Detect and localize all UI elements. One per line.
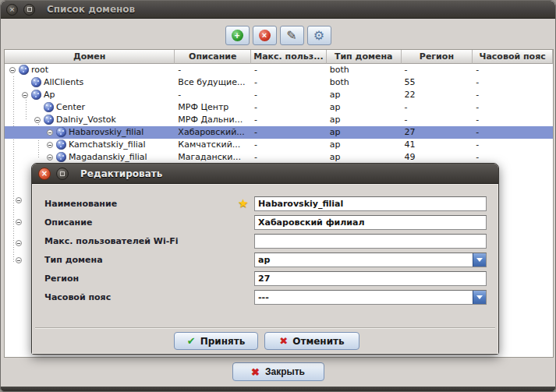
domain-name-label: Magadanskiy_filial — [69, 151, 147, 164]
timezone-cell: - — [473, 101, 553, 114]
domain-node-icon — [56, 127, 66, 137]
table-row[interactable]: Magadanskiy_filialМагадански...-ap49- — [5, 151, 553, 164]
table-row[interactable]: Habarovskiy_filialХабаровский...-ap27- — [5, 126, 553, 139]
region-cell: 41 — [402, 139, 473, 151]
table-row[interactable]: AllClientsВсе будущие...-both55- — [5, 76, 553, 89]
table-row[interactable]: Ap--ap22- — [5, 89, 553, 101]
accept-button-label: Принять — [200, 336, 246, 347]
field-row: Регион — [32, 271, 498, 287]
domain-name-cell: AllClients — [5, 76, 175, 89]
field-label: Описание — [44, 217, 92, 228]
region-cell: - — [402, 64, 473, 76]
domain-type-cell: ap — [327, 101, 402, 114]
domain-type-cell: ap — [327, 89, 402, 101]
required-star-icon: ★ — [238, 196, 248, 210]
field-row: Описание — [32, 215, 498, 231]
domain-name-cell: Kamchatskiy_filial — [5, 139, 175, 151]
tree-toggle[interactable] — [47, 142, 53, 148]
field-row: Тип доменаap — [32, 253, 498, 268]
table-row[interactable]: root--both-- — [5, 64, 553, 76]
column-header[interactable]: Часовой пояс — [473, 50, 553, 64]
domain-name-label: Kamchatskiy_filial — [69, 139, 146, 151]
domain-name-label: Center — [56, 101, 85, 114]
cancel-x-icon: ✖ — [279, 336, 288, 346]
footer: ✖ Закрыть — [1, 357, 555, 387]
domain-node-icon — [44, 102, 54, 112]
column-header[interactable]: Макс. польз... — [251, 50, 327, 64]
tree-toggle-hidden — [16, 257, 22, 263]
region-field[interactable] — [254, 271, 487, 286]
close-button[interactable]: ✖ Закрыть — [232, 362, 324, 381]
name-field[interactable] — [254, 196, 487, 211]
column-header[interactable]: Описание — [175, 50, 251, 64]
domain-name-label: root — [31, 64, 48, 76]
edit-dialog: × Редактировать ✔ Принять ✖ Отменить Наи… — [31, 163, 499, 355]
description-cell: МРФ Центр — [175, 101, 251, 114]
field-row: Наименование★ — [32, 196, 498, 212]
close-x-icon: ✖ — [251, 367, 260, 377]
timezone-combo[interactable]: --- — [254, 290, 487, 305]
domain-name-cell: Center — [5, 101, 175, 114]
tree-toggle-hidden — [16, 197, 22, 203]
domain-type-cell: both — [327, 64, 402, 76]
domain-type-combo[interactable]: ap — [254, 253, 487, 267]
combo-selected-value: ap — [258, 253, 270, 267]
tree-toggle[interactable] — [47, 154, 53, 161]
timezone-cell: - — [473, 151, 553, 164]
chevron-down-icon[interactable] — [473, 253, 486, 267]
minimize-icon — [60, 171, 65, 176]
description-field[interactable] — [254, 215, 487, 230]
domain-name-cell: Habarovskiy_filial — [5, 126, 175, 139]
column-header[interactable]: Тип домена — [327, 50, 402, 64]
chevron-down-icon[interactable] — [473, 291, 486, 304]
max-wifi-users-field[interactable] — [254, 234, 487, 249]
accept-button[interactable]: ✔ Принять — [174, 332, 258, 350]
column-header[interactable]: Регион — [402, 50, 473, 64]
delete-domain-button[interactable]: × — [253, 26, 277, 45]
dialog-titlebar[interactable]: × Редактировать — [32, 164, 498, 184]
add-domain-button[interactable]: + — [225, 26, 250, 45]
cross-circle-icon: × — [259, 30, 271, 41]
tree-toggle[interactable] — [22, 92, 28, 98]
toolbar: +×✎⚙ — [1, 26, 555, 46]
dialog-minimize-button[interactable] — [56, 168, 69, 180]
domain-type-cell: ap — [327, 126, 402, 139]
edit-domain-button[interactable]: ✎ — [280, 26, 304, 45]
table-row[interactable]: Dalniy_VostokМРФ Дальни...-ap-- — [5, 114, 553, 126]
tree-toggle[interactable] — [47, 129, 53, 136]
column-header[interactable]: Домен — [5, 50, 175, 64]
combo-selected-value: --- — [258, 291, 269, 304]
screen: × Список доменов +×✎⚙ ДоменОписаниеМакс.… — [0, 0, 556, 392]
table-row[interactable]: CenterМРФ Центр-ap-- — [5, 101, 553, 114]
max-users-cell: - — [251, 76, 327, 89]
settings-button[interactable]: ⚙ — [307, 26, 331, 45]
max-users-cell: - — [251, 126, 327, 139]
tree-toggle[interactable] — [9, 67, 16, 73]
dialog-body: ✔ Принять ✖ Отменить Наименование★Описан… — [32, 184, 498, 354]
timezone-cell: - — [473, 76, 553, 89]
window-minimize-button[interactable] — [23, 4, 35, 16]
table-row[interactable]: Kamchatskiy_filialКамчатский...-ap41- — [5, 139, 553, 151]
dialog-close-button[interactable]: × — [38, 168, 51, 180]
domain-name-cell: Magadanskiy_filial — [5, 151, 175, 164]
cancel-button[interactable]: ✖ Отменить — [264, 332, 359, 350]
tree-toggle[interactable] — [34, 117, 41, 123]
domain-node-icon — [56, 139, 66, 150]
description-cell: Камчатский... — [175, 139, 251, 151]
field-row: Часовой пояс--- — [32, 290, 498, 305]
window-bottom-edge — [1, 387, 555, 391]
description-cell: - — [175, 64, 251, 76]
gear-icon: ⚙ — [313, 30, 324, 42]
domain-node-icon — [44, 115, 54, 125]
max-users-cell: - — [251, 151, 327, 164]
plus-circle-icon: + — [232, 30, 243, 41]
field-label: Макс. пользователей Wi-Fi — [44, 236, 179, 246]
window-titlebar[interactable]: × Список доменов — [1, 1, 555, 19]
field-label: Регион — [44, 274, 79, 284]
description-cell: Магадански... — [175, 151, 251, 164]
region-cell: 49 — [402, 151, 473, 164]
region-cell: 27 — [402, 126, 473, 139]
window-close-button[interactable]: × — [6, 4, 18, 16]
domain-name-cell: Ap — [5, 89, 175, 101]
domain-name-label: Habarovskiy_filial — [69, 126, 143, 139]
